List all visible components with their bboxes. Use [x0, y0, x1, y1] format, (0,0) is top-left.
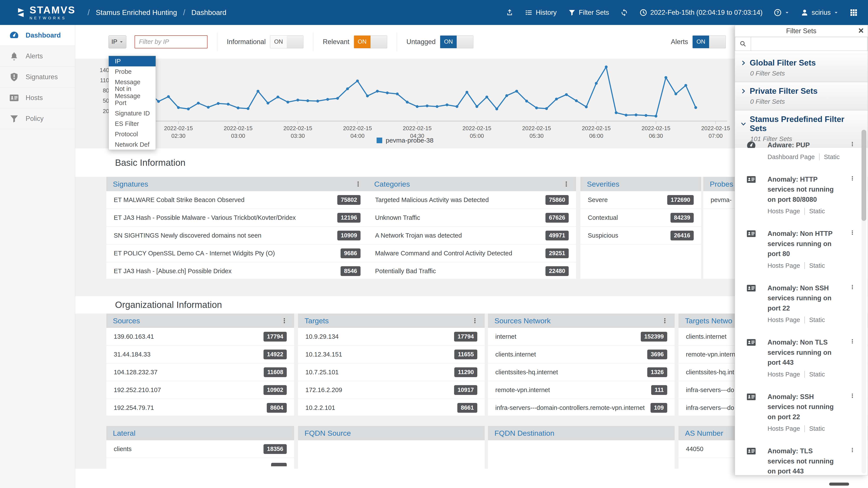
left-sidebar: DashboardAlertsSignaturesHostsPolicy [0, 25, 75, 488]
list-item[interactable]: Suspicious26416 [580, 227, 701, 245]
list-item[interactable]: Unknown Traffic67626 [368, 209, 576, 227]
dropdown-item-signature-id[interactable]: Signature ID [109, 108, 156, 119]
breadcrumb-item-hunting[interactable]: Stamus Enriched Hunting [96, 8, 177, 17]
list-item[interactable]: 192.254.79.718604 [106, 399, 294, 417]
list-item[interactable]: ET JA3 Hash - Possible Malware - Various… [106, 209, 368, 227]
horizontal-scrollbar-thumb[interactable] [829, 483, 849, 486]
filter-field-select[interactable]: IP [108, 35, 126, 48]
item-menu-kebab-icon[interactable] [849, 446, 855, 454]
list-item[interactable]: 10.7.25.10111290 [298, 363, 485, 381]
dropdown-item-not-in-message[interactable]: Not in Message [109, 87, 156, 98]
dropdown-item-ip[interactable]: IP [109, 56, 156, 66]
panel-menu-kebab-icon[interactable] [281, 317, 288, 324]
list-item-label: clients.internet [495, 351, 536, 358]
list-item[interactable]: Targeted Malicious Activity was Detected… [368, 191, 576, 209]
dropdown-item-es-filter[interactable]: ES Filter [109, 119, 156, 129]
panel-targets: Targets10.9.29.1341779410.12.34.15111655… [298, 314, 485, 416]
toggle-relevant-switch[interactable]: ON [354, 35, 387, 48]
list-item[interactable]: clients18356 [106, 440, 294, 458]
toggle-group-informational: InformationalON [227, 35, 304, 48]
list-item[interactable]: 31.44.184.3314922 [106, 346, 294, 363]
item-menu-kebab-icon[interactable] [849, 229, 855, 236]
list-item[interactable]: Severe172690 [580, 191, 701, 209]
list-item[interactable]: remote-vpn.internet111 [488, 381, 675, 399]
breadcrumb-separator: / [183, 8, 185, 17]
list-item[interactable]: 172.16.2.20910917 [298, 381, 485, 399]
filter-set-item[interactable]: Anomaly: Non TLS services running on por… [735, 331, 861, 385]
list-item[interactable]: 139.60.163.4117794 [106, 328, 294, 346]
list-item[interactable]: 192.252.210.10710902 [106, 381, 294, 399]
list-item[interactable]: Malware Command and Control Activity Det… [368, 245, 576, 262]
dropdown-item-protocol[interactable]: Protocol [109, 129, 156, 139]
item-menu-kebab-icon[interactable] [849, 337, 855, 345]
chart-legend[interactable]: pevma-probe-38 [377, 137, 433, 144]
chevron-right-icon [741, 88, 746, 94]
apps-grid-icon[interactable] [850, 9, 858, 17]
panel-header: FQDN Destination [488, 426, 675, 440]
item-menu-kebab-icon[interactable] [849, 283, 855, 291]
list-item[interactable]: clientssites-hq.internet1326 [488, 363, 675, 381]
list-item[interactable]: Potentially Bad Traffic22480 [368, 262, 576, 280]
list-item[interactable]: clients.internet3696 [488, 346, 675, 363]
toggle-untagged-switch[interactable]: ON [440, 35, 473, 48]
list-item[interactable]: ET JA3 Hash - [Abuse.ch] Possible Dridex… [106, 262, 368, 280]
filter-set-item[interactable]: Adware: PUPDashboard PageStatic [735, 134, 861, 168]
list-item-label: clients [114, 446, 131, 453]
user-menu[interactable]: scirius [801, 9, 838, 17]
refresh-icon[interactable] [620, 9, 628, 17]
filter-set-item[interactable]: Anomaly: HTTP services not running on po… [735, 168, 861, 222]
scrollbar-thumb[interactable] [862, 130, 866, 221]
filter-sets-menu[interactable]: Filter Sets [568, 9, 609, 17]
filter-set-item[interactable]: Anomaly: Non SSH services running on por… [735, 276, 861, 331]
filter-by-ip-input[interactable] [134, 35, 208, 48]
list-item[interactable]: ET POLICY OpenSSL Demo CA - Internet Wid… [106, 245, 368, 262]
list-item[interactable]: 10.12.34.15111655 [298, 346, 485, 363]
list-item[interactable]: SN SIGHTINGS Newly discovered domains no… [106, 227, 368, 245]
filter-sets-group-global[interactable]: Global Filter Sets0 Filter Sets [735, 54, 868, 82]
list-item[interactable]: 10.9.29.13417794 [298, 328, 485, 346]
panel-body: clients18356 [106, 440, 294, 469]
sidebar-item-policy[interactable]: Policy [0, 108, 75, 129]
toggle-informational-switch[interactable]: ON [270, 35, 304, 48]
list-item-label: 139.60.163.41 [114, 333, 154, 340]
list-item[interactable]: 10.2.2.1018661 [298, 399, 485, 417]
panel-title: Sources [113, 317, 140, 325]
upload-icon[interactable] [506, 9, 514, 17]
item-menu-kebab-icon[interactable] [849, 392, 855, 400]
list-item[interactable]: infra-servers---domain-controllers.remot… [488, 399, 675, 417]
panel-menu-kebab-icon[interactable] [472, 317, 478, 324]
panel-title: Categories [374, 180, 410, 188]
help-menu[interactable]: ? [774, 9, 789, 17]
history-menu[interactable]: History [525, 9, 557, 17]
item-menu-kebab-icon[interactable] [849, 140, 855, 148]
filter-sets-search-input[interactable] [751, 37, 868, 51]
panel-menu-kebab-icon[interactable] [563, 180, 569, 188]
breadcrumb-item-dashboard[interactable]: Dashboard [191, 8, 226, 17]
list-item[interactable]: 104.128.232.3711608 [106, 363, 294, 381]
close-icon[interactable]: × [858, 25, 864, 36]
hosts-page-icon [746, 174, 756, 185]
dropdown-item-probe[interactable]: Probe [109, 66, 156, 77]
filter-set-item[interactable]: Anomaly: Non HTTP services running on po… [735, 222, 861, 276]
panel-menu-kebab-icon[interactable] [355, 180, 362, 188]
list-item-label: 104.128.232.37 [114, 369, 158, 376]
sidebar-item-alerts[interactable]: Alerts [0, 46, 75, 67]
sidebar-item-dashboard[interactable]: Dashboard [0, 25, 75, 46]
list-item-label: SN SIGHTINGS Newly discovered domains no… [114, 232, 261, 239]
panel-menu-kebab-icon[interactable] [661, 317, 668, 324]
list-item[interactable]: Contextual84239 [580, 209, 701, 227]
panel-header: Targets [298, 314, 485, 328]
sidebar-item-signatures[interactable]: Signatures [0, 67, 75, 88]
sidebar-item-hosts[interactable]: Hosts [0, 88, 75, 108]
item-menu-kebab-icon[interactable] [849, 174, 855, 182]
filter-set-item[interactable]: Anomaly: TLS services not running on por… [735, 440, 861, 475]
filter-set-item[interactable]: Anomaly: SSH services not running on por… [735, 385, 861, 440]
time-range-picker[interactable]: 2022-Feb-15th (02:04:19 to 07:03:14) [640, 9, 763, 17]
dropdown-item-network-def[interactable]: Network Def [109, 139, 156, 150]
stamus-logo[interactable]: STAMVS NETWORKS [15, 5, 75, 20]
list-item[interactable]: ET MALWARE Cobalt Strike Beacon Observed… [106, 191, 368, 209]
list-item[interactable]: internet152399 [488, 328, 675, 346]
list-item[interactable]: A Network Trojan was detected49971 [368, 227, 576, 245]
toggle-alerts-switch[interactable]: ON [692, 35, 726, 48]
filter-sets-group-private[interactable]: Private Filter Sets0 Filter Sets [735, 82, 868, 110]
